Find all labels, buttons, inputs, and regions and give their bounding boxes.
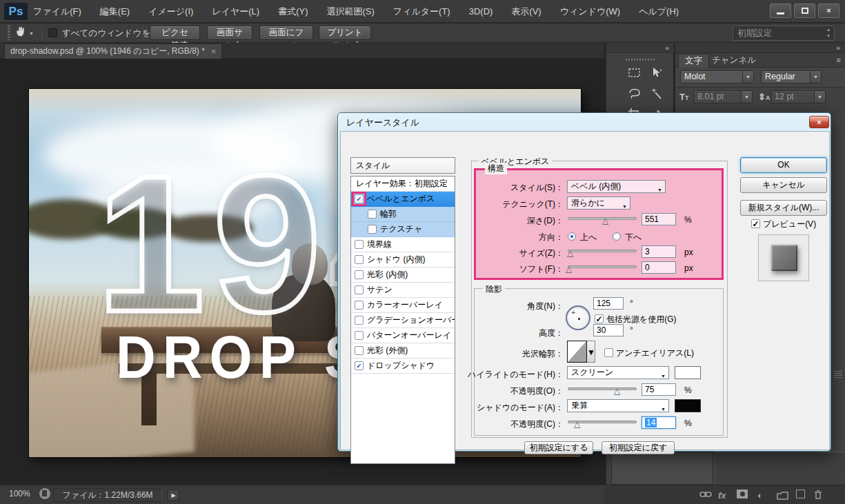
layer-group-icon[interactable] xyxy=(777,490,788,504)
workspace-preset-dropdown[interactable]: 初期設定 ▲▼ xyxy=(733,26,835,41)
color-overlay-checkbox[interactable] xyxy=(355,301,364,310)
menu-layer[interactable]: レイヤー(L) xyxy=(212,6,259,18)
rectangular-marquee-tool[interactable] xyxy=(627,65,642,81)
list-item-color-overlay[interactable]: カラーオーバーレイ xyxy=(351,298,455,313)
soften-field[interactable]: 0 xyxy=(642,261,676,274)
collapse-panels-icon[interactable]: » xyxy=(836,43,839,52)
direction-down-radio[interactable] xyxy=(613,232,621,241)
slider-thumb-icon[interactable]: △ xyxy=(567,249,573,257)
slider-thumb-icon[interactable]: △ xyxy=(602,216,608,225)
dropdown-arrow-icon[interactable]: ▼ xyxy=(742,71,753,83)
layer-mask-icon[interactable] xyxy=(737,490,748,498)
zoom-level[interactable]: 100% xyxy=(9,489,30,498)
menu-edit[interactable]: 編集(E) xyxy=(100,6,130,18)
document-tab-close-icon[interactable]: × xyxy=(211,44,217,59)
panel-divider-grip[interactable] xyxy=(834,371,842,378)
gloss-contour-thumbnail[interactable] xyxy=(567,341,587,363)
direction-up-radio[interactable] xyxy=(568,232,576,241)
list-item-pattern-overlay[interactable]: パターンオーバーレイ xyxy=(351,328,455,343)
close-button[interactable]: × xyxy=(818,3,839,18)
depth-field[interactable]: 551 xyxy=(642,213,676,225)
slider-thumb-icon[interactable]: △ xyxy=(574,420,580,428)
actual-pixels-button[interactable]: ピクセル等倍 xyxy=(150,26,200,40)
menu-help[interactable]: ヘルプ(H) xyxy=(639,6,679,18)
menu-type[interactable]: 書式(Y) xyxy=(278,6,308,18)
slider-thumb-icon[interactable]: △ xyxy=(566,265,572,273)
status-flyout-button[interactable]: ▶ xyxy=(168,490,179,501)
list-item-stroke[interactable]: 境界線 xyxy=(351,237,455,252)
file-size-status[interactable]: ファイル：1.22M/3.66M xyxy=(53,488,162,502)
document-tab[interactable]: drop-shadow.psd @ 100% (1946 のコピー, RGB/8… xyxy=(4,43,222,59)
dropdown-arrow-icon[interactable]: ▼ xyxy=(741,91,752,103)
collapse-panels-icon[interactable]: » xyxy=(665,43,668,52)
panel-menu-icon[interactable]: ≡ xyxy=(837,56,841,64)
dropdown-arrow-icon[interactable]: ▼ xyxy=(810,71,821,83)
menu-window[interactable]: ウィンドウ(W) xyxy=(560,6,620,18)
list-item-inner-shadow[interactable]: シャドウ (内側) xyxy=(351,252,455,268)
menu-3d[interactable]: 3D(D) xyxy=(469,6,493,17)
list-item-satin[interactable]: サテン xyxy=(351,283,455,298)
adjustment-layer-icon[interactable]: ◐ xyxy=(757,489,763,503)
hand-tool-chip[interactable]: ▼ xyxy=(14,25,39,41)
dropdown-arrow-icon[interactable]: ▼ xyxy=(814,91,825,103)
size-field[interactable]: 3 xyxy=(642,245,676,258)
font-style-dropdown[interactable]: Regular ▼ xyxy=(761,70,822,83)
shadow-opacity-field[interactable]: 14 xyxy=(642,416,676,429)
list-item-drop-shadow[interactable]: ✓ ドロップシャドウ xyxy=(351,359,455,374)
fit-screen-button[interactable]: 画面サイズ xyxy=(207,26,252,40)
highlight-color-swatch[interactable] xyxy=(675,366,701,379)
altitude-field[interactable]: 30 xyxy=(593,324,624,336)
shadow-color-swatch[interactable] xyxy=(675,399,701,412)
preview-checkbox[interactable]: ✓ xyxy=(751,219,760,228)
texture-checkbox[interactable] xyxy=(368,225,377,234)
list-item-texture[interactable]: テクスチャ xyxy=(351,222,455,237)
stroke-checkbox[interactable] xyxy=(355,240,364,249)
list-item-blending-defaults[interactable]: レイヤー効果：初期設定 xyxy=(351,177,455,192)
options-grip-handle[interactable] xyxy=(8,26,10,40)
highlight-mode-dropdown[interactable]: スクリーン ▼ xyxy=(567,366,669,379)
tab-channels[interactable]: チャンネル xyxy=(706,54,762,68)
dialog-close-button[interactable]: × xyxy=(809,116,829,128)
hand-tool-dropdown-icon[interactable]: ▼ xyxy=(29,31,34,36)
menu-image[interactable]: イメージ(I) xyxy=(148,6,193,18)
print-size-button[interactable]: プリントサイズ xyxy=(319,26,371,40)
fill-screen-button[interactable]: 画面にフィット xyxy=(259,26,313,40)
list-item-gradient-overlay[interactable]: グラデーションオーバーレイ xyxy=(351,313,455,328)
delete-layer-icon[interactable] xyxy=(813,490,823,504)
angle-dial[interactable]: + xyxy=(566,305,590,330)
menu-select[interactable]: 選択範囲(S) xyxy=(327,6,375,18)
gloss-contour-dropdown-icon[interactable]: ▼ xyxy=(587,341,595,363)
list-item-contour[interactable]: 輪郭 xyxy=(351,207,455,222)
use-global-light-checkbox[interactable]: ✓ xyxy=(595,314,604,323)
technique-dropdown[interactable]: 滑らかに ▼ xyxy=(567,196,630,210)
list-item-bevel-emboss[interactable]: ✓ ベベルとエンボス xyxy=(351,192,455,207)
menu-filter[interactable]: フィルター(T) xyxy=(393,6,450,18)
inner-glow-checkbox[interactable] xyxy=(355,270,364,279)
shadow-opacity-slider[interactable]: △ xyxy=(568,421,637,423)
list-item-inner-glow[interactable]: 光彩 (内側) xyxy=(351,268,455,283)
size-slider[interactable]: △ xyxy=(568,250,637,252)
font-family-dropdown[interactable]: Molot ▼ xyxy=(680,70,754,83)
gradient-overlay-checkbox[interactable] xyxy=(355,316,364,325)
list-item-outer-glow[interactable]: 光彩 (外側) xyxy=(351,343,455,359)
antialias-checkbox[interactable] xyxy=(604,348,613,357)
pattern-overlay-checkbox[interactable] xyxy=(355,331,364,340)
make-default-button[interactable]: 初期設定にする xyxy=(524,441,593,454)
inner-shadow-checkbox[interactable] xyxy=(355,255,364,264)
toolbox-grip-dots[interactable] xyxy=(626,59,655,61)
angle-field[interactable]: 125 xyxy=(593,297,624,310)
menu-view[interactable]: 表示(V) xyxy=(511,6,541,18)
depth-slider[interactable]: △ xyxy=(568,217,637,220)
menu-file[interactable]: ファイル(F) xyxy=(33,6,81,18)
link-layers-icon[interactable] xyxy=(699,490,712,503)
reset-default-button[interactable]: 初期設定に戻す xyxy=(602,441,675,454)
lasso-tool[interactable] xyxy=(627,86,642,101)
magic-wand-tool[interactable] xyxy=(649,86,664,101)
ok-button[interactable]: OK xyxy=(740,157,827,173)
satin-checkbox[interactable] xyxy=(355,285,364,294)
tab-character[interactable]: 文字 xyxy=(678,54,709,68)
bevel-style-dropdown[interactable]: ベベル (内側) ▼ xyxy=(567,180,666,193)
cancel-button[interactable]: キャンセル xyxy=(740,177,827,193)
leading-dropdown[interactable]: 12 pt ▼ xyxy=(771,90,826,103)
contour-checkbox[interactable] xyxy=(368,210,377,219)
